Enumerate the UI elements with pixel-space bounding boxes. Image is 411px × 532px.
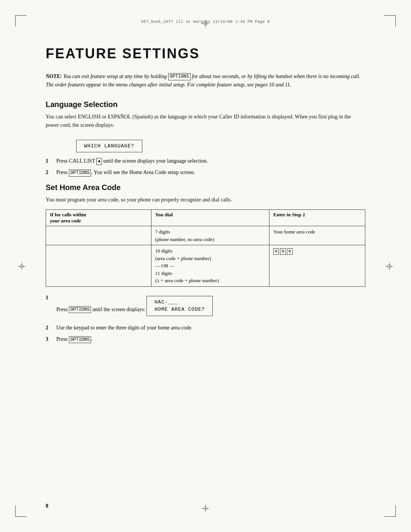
corner-mark-top-left xyxy=(15,15,27,27)
home-area-table: If for calls withinyour area code You di… xyxy=(46,209,365,287)
corner-mark-bottom-left xyxy=(15,505,27,517)
language-section-heading: Language Selection xyxy=(46,100,365,109)
home-step-3-text: Press OPTIONS. xyxy=(56,335,365,343)
step-num-2: 2 xyxy=(46,168,56,177)
language-body: You can select ENGLISH or ESPAÑOL (Spani… xyxy=(46,113,365,130)
step-num-1: 1 xyxy=(46,157,56,165)
home-step-num-1: 1 xyxy=(46,294,56,302)
options-box-home-1: OPTIONS xyxy=(69,306,91,313)
page-number: 8 xyxy=(46,503,48,509)
home-step-num-2: 2 xyxy=(46,324,56,332)
table-cell-1-1 xyxy=(46,226,151,245)
options-box-lang: OPTIONS xyxy=(69,169,91,177)
corner-mark-top-right xyxy=(384,15,396,27)
digit-icon: 1 xyxy=(157,279,159,283)
home-area-body: You must program your area code, so your… xyxy=(46,196,365,204)
home-step-1-text: Press OPTIONS until the screen displays:… xyxy=(56,294,365,321)
table-cell-2-3: 0 0 0 xyxy=(269,245,365,287)
language-screen-display: WHICH LANGUAGE? xyxy=(76,140,142,153)
page: 957_book_2ATT ill at margins 11/16/00 1:… xyxy=(0,0,411,532)
reg-mark-bottom xyxy=(202,505,209,512)
zero-box-3: 0 xyxy=(287,248,293,255)
home-step-2: 2 Use the keypad to enter the three digi… xyxy=(46,324,365,332)
home-area-section-heading: Set Home Area Code xyxy=(46,183,365,192)
zero-box-2: 0 xyxy=(280,248,286,255)
table-header-3: Enter in Step 2 xyxy=(269,210,365,226)
home-step-num-3: 3 xyxy=(46,335,56,343)
options-box-note: OPTIONS xyxy=(168,73,190,80)
table-cell-2-2: 10 digits(area code + phone number)— OR … xyxy=(151,245,269,287)
language-step-1: 1 Press CALL LIST ▲ until the screen dis… xyxy=(46,157,365,165)
page-title: FEATURE SETTINGS xyxy=(46,46,365,62)
reg-mark-right xyxy=(386,262,393,270)
home-step-2-text: Use the keypad to enter the three digits… xyxy=(56,324,365,332)
printer-info: 957_book_2ATT ill at margins 11/16/00 1:… xyxy=(141,20,270,24)
home-area-screen: HAC-___HOME AREA CODE? xyxy=(147,296,213,316)
zero-box-1: 0 xyxy=(273,248,279,255)
table-row-2: 10 digits(area code + phone number)— OR … xyxy=(46,245,365,287)
note-text1: You can exit feature setup at any time b… xyxy=(62,73,168,79)
reg-mark-left xyxy=(18,262,25,270)
home-step-1: 1 Press OPTIONS until the screen display… xyxy=(46,294,365,321)
step-2-text: Press OPTIONS. You will see the Home Are… xyxy=(56,168,365,177)
table-header-2: You dial xyxy=(151,210,269,226)
table-row-1: 7 digits(phone number, no area code) You… xyxy=(46,226,365,245)
table-cell-2-1 xyxy=(46,245,151,287)
corner-mark-bottom-right xyxy=(384,505,396,517)
language-steps: 1 Press CALL LIST ▲ until the screen dis… xyxy=(46,157,365,177)
options-box-home-2: OPTIONS xyxy=(69,336,91,343)
language-screen-text: WHICH LANGUAGE? xyxy=(84,143,134,149)
main-content: FEATURE SETTINGS NOTE: You can exit feat… xyxy=(46,46,365,494)
home-area-steps: 1 Press OPTIONS until the screen display… xyxy=(46,294,365,344)
language-step-2: 2 Press OPTIONS. You will see the Home A… xyxy=(46,168,365,177)
note-label: NOTE: xyxy=(46,73,62,79)
table-cell-1-2: 7 digits(phone number, no area code) xyxy=(151,226,269,245)
home-step-3: 3 Press OPTIONS. xyxy=(46,335,365,343)
calllist-icon: ▲ xyxy=(96,158,102,165)
step-1-text: Press CALL LIST ▲ until the screen displ… xyxy=(56,157,365,165)
table-cell-1-3: Your home area code xyxy=(269,226,365,245)
note-block: NOTE: You can exit feature setup at any … xyxy=(46,72,365,89)
table-header-1: If for calls withinyour area code xyxy=(46,210,151,226)
